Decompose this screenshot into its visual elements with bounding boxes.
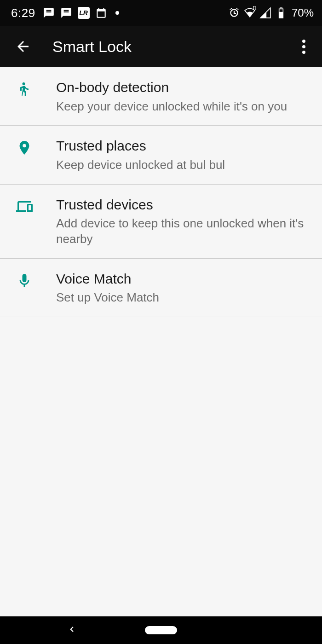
page-title: Smart Lock xyxy=(52,38,132,56)
message-icon-2 xyxy=(60,7,72,19)
battery-icon xyxy=(275,7,287,19)
location-pin-icon xyxy=(13,139,36,156)
item-title: Trusted places xyxy=(56,137,309,156)
item-title: On-body detection xyxy=(56,78,309,97)
screen: 6:29 LR R xyxy=(0,0,322,644)
item-title: Trusted devices xyxy=(56,196,309,215)
lr-label: LR xyxy=(79,9,88,17)
battery-percentage: 70% xyxy=(292,6,314,19)
nav-back-button[interactable] xyxy=(68,625,76,635)
item-subtitle: Add device to keep this one unlocked whe… xyxy=(56,216,309,247)
item-subtitle: Set up Voice Match xyxy=(56,290,309,306)
navigation-bar xyxy=(0,616,322,644)
microphone-icon xyxy=(13,273,36,289)
roaming-indicator: R xyxy=(253,5,257,12)
status-right: R 70% xyxy=(228,6,314,19)
more-notifications-dot xyxy=(115,11,119,15)
item-trusted-places[interactable]: Trusted places Keep device unlocked at b… xyxy=(0,126,322,184)
devices-icon xyxy=(13,198,36,215)
alarm-icon xyxy=(228,7,240,19)
item-subtitle: Keep your device unlocked while it's on … xyxy=(56,99,309,115)
back-button[interactable] xyxy=(13,36,33,57)
item-trusted-devices[interactable]: Trusted devices Add device to keep this … xyxy=(0,185,322,259)
item-on-body-detection[interactable]: On-body detection Keep your device unloc… xyxy=(0,67,322,126)
calendar-icon xyxy=(95,7,107,19)
status-left: 6:29 LR xyxy=(11,6,119,20)
nav-home-pill[interactable] xyxy=(145,626,177,634)
status-clock: 6:29 xyxy=(11,6,35,20)
app-bar: Smart Lock xyxy=(0,26,322,67)
walking-person-icon xyxy=(13,81,36,98)
signal-icon xyxy=(259,7,271,19)
item-title: Voice Match xyxy=(56,270,309,289)
lr-app-icon: LR xyxy=(78,7,90,19)
content: On-body detection Keep your device unloc… xyxy=(0,67,322,616)
message-icon xyxy=(43,7,55,19)
wifi-icon: R xyxy=(244,7,256,19)
overflow-menu-button[interactable] xyxy=(293,36,314,57)
item-voice-match[interactable]: Voice Match Set up Voice Match xyxy=(0,259,322,317)
status-bar: 6:29 LR R xyxy=(0,0,322,26)
item-subtitle: Keep device unlocked at bul bul xyxy=(56,157,309,173)
